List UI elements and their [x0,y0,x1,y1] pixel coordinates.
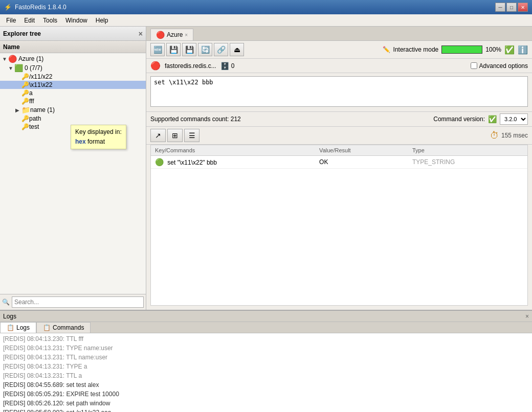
tree-item-key2[interactable]: 🔑 \x11\x22 [0,81,146,89]
new-button[interactable]: 🆕 [150,43,165,56]
tab-azure-close[interactable]: × [185,32,188,38]
main-panel: 🔴 Azure × 🆕 💾 💾 🔄 🔗 ⏏ ✏️ Interactive mod… [146,27,532,310]
tree-item-db[interactable]: ▼ 🟩 0 (7/7) [0,63,146,73]
time-display: ⏱ 155 msec [490,130,528,141]
version-select[interactable]: 3.2.0 3.0.0 2.8.0 2.6.0 [500,113,528,125]
key-icon-path: 🔑 [21,115,29,122]
action-buttons: ↗ ⊞ ☰ [150,129,199,142]
menu-window[interactable]: Window [61,16,92,25]
version-label: Command version: [433,116,485,123]
result-command-cell: 🟢 set "\x11\x22" bbb [151,156,315,169]
tab-bar: 🔴 Azure × [146,27,532,41]
logs-content: [REDIS] 08:04:13.230: TTL fff [REDIS] 08… [0,333,532,412]
menu-help[interactable]: Help [92,16,113,25]
command-input[interactable]: set \x11\x22 bbb [150,76,528,107]
action-bar: ↗ ⊞ ☰ ⏱ 155 msec [146,127,532,145]
expand-arrow-azure: ▼ [2,56,7,62]
log-entry-7: [REDIS] 08:05:26.120: set path window [3,399,529,408]
tree-item-key-path[interactable]: 🔑 path [0,115,146,123]
info-icon[interactable]: ℹ️ [518,45,528,55]
tab-azure-label: Azure [167,31,183,38]
menu-edit[interactable]: Edit [20,16,39,25]
refresh-button[interactable]: 🔄 [198,43,212,56]
logs-tab-logs-label: Logs [16,324,30,331]
close-button[interactable]: ✕ [518,3,528,12]
log-entry-1: [REDIS] 08:04:13.231: TYPE name:user [3,344,529,353]
tree-item-key-a[interactable]: 🔑 a [0,89,146,97]
tree-label-key1: /x11/x22 [29,73,52,80]
logs-panel: Logs × 📋 Logs 📋 Commands [REDIS] 08:04:1… [0,310,532,412]
result-value-cell: OK [315,156,408,169]
menu-file[interactable]: File [2,16,20,25]
save-button[interactable]: 💾 [166,43,181,56]
db-selector: 🗄️ 0 [220,62,235,70]
advanced-options-label: Advanced options [479,62,528,70]
tab-azure[interactable]: 🔴 Azure × [150,29,193,40]
conn-server-icon: 🔴 [150,61,161,71]
col-header-value: Value/Result [315,145,408,156]
advanced-options-checkbox[interactable] [471,62,477,69]
logs-tab-commands-label: Commands [53,324,84,331]
interactive-mode-label: Interactive mode [393,46,439,53]
menu-bar: File Edit Tools Window Help [0,14,532,27]
tree-item-key-fff[interactable]: 🔑 fff [0,97,146,105]
tree-label-name: name (1) [30,106,55,113]
explorer-panel: Explorer tree × Name ▼ 🔴 Azure (1) ▼ 🟩 0… [0,27,146,310]
result-row-icon: 🟢 [155,158,164,166]
tree-label-fff: fff [29,98,34,105]
key-icon-test: 🔑 [21,123,29,130]
minimize-button[interactable]: ─ [495,3,505,12]
logs-title: Logs [3,313,16,320]
text-view-button[interactable]: ☰ [184,129,199,142]
tree-label-test: test [29,123,39,130]
maximize-button[interactable]: □ [506,3,517,12]
tree-area: ▼ 🔴 Azure (1) ▼ 🟩 0 (7/7) 🔑 /x11/x22 🔑 \… [0,53,146,294]
logs-close-button[interactable]: × [525,313,529,320]
tree-label-path: path [29,115,41,122]
logs-tab-commands[interactable]: 📋 Commands [36,322,91,333]
tree-item-folder-name[interactable]: ▶ 📁 name (1) [0,105,146,115]
toolbar: 🆕 💾 💾 🔄 🔗 ⏏ ✏️ Interactive mode 100% ✅ ℹ… [146,41,532,59]
tooltip-line1: Key displayed in: [75,128,122,135]
conn-left: 🔴 fastoredis.redis.c... 🗄️ 0 [150,61,234,71]
progress-pct-label: 100% [485,46,501,53]
connect-button[interactable]: 🔗 [214,43,228,56]
window-controls[interactable]: ─ □ ✕ [495,3,528,12]
progress-bar-container [441,45,482,54]
logs-tab-logs[interactable]: 📋 Logs [0,322,36,333]
result-type-cell: TYPE_STRING [408,156,527,169]
db-icon: 🟩 [14,64,23,72]
search-bar: 🔍 [0,294,146,310]
save-all-button[interactable]: 💾 [182,43,196,56]
table-row[interactable]: 🟢 set "\x11\x22" bbb OK TYPE_STRING [151,156,527,169]
log-entry-5: [REDIS] 08:04:55.689: set test alex [3,380,529,390]
menu-tools[interactable]: Tools [39,16,61,25]
log-entry-4: [REDIS] 08:04:13.231: TTL a [3,371,529,380]
explorer-close-button[interactable]: × [139,30,143,38]
title-bar: ⚡ FastoRedis 1.8.4.0 ─ □ ✕ [0,0,532,14]
search-input[interactable] [12,296,144,308]
check-icon: ✅ [504,45,515,55]
tooltip-rest: format [86,138,105,145]
toolbar-left: 🆕 💾 💾 🔄 🔗 ⏏ [150,43,244,56]
share-button[interactable]: ↗ [150,129,166,142]
log-entry-6: [REDIS] 08:05:05.291: EXPIRE test 10000 [3,390,529,399]
explorer-header: Explorer tree × [0,27,146,41]
app-title: FastoRedis 1.8.4.0 [15,4,66,11]
timer-icon: ⏱ [490,130,499,141]
explorer-title: Explorer tree [3,30,41,37]
table-view-button[interactable]: ⊞ [167,129,183,142]
connection-bar: 🔴 fastoredis.redis.c... 🗄️ 0 Advanced op… [146,59,532,73]
tree-label-db: 0 (7/7) [25,64,42,72]
tab-azure-icon: 🔴 [156,31,165,39]
key-icon-a: 🔑 [21,89,29,97]
time-label: 155 msec [501,132,528,139]
log-entry-2: [REDIS] 08:04:13.231: TTL name:user [3,353,529,362]
logs-tab-commands-icon: 📋 [43,324,51,331]
tree-item-key1[interactable]: 🔑 /x11/x22 [0,73,146,81]
toolbar-right: ✏️ Interactive mode 100% ✅ ℹ️ [383,45,528,55]
app-icon: ⚡ [4,4,12,11]
disconnect-button[interactable]: ⏏ [230,43,244,56]
tree-item-azure[interactable]: ▼ 🔴 Azure (1) [0,54,146,63]
tree-label-azure: Azure (1) [18,55,43,62]
